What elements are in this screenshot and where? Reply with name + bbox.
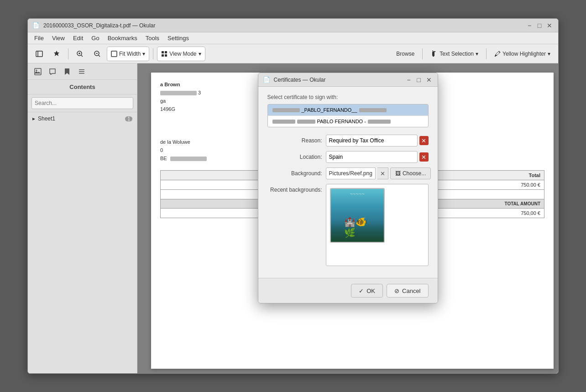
sidebar-toc-btn[interactable] xyxy=(75,65,88,78)
toolbar: Fit Width ▾ View Mode ▾ Browse Text Sele… xyxy=(28,44,558,63)
app-title: 2016000033_OSOR_Digitaliza-t.pdf — Okula… xyxy=(43,22,155,29)
cert-redacted-1 xyxy=(272,108,300,112)
minimize-button[interactable]: − xyxy=(525,21,534,30)
menu-file[interactable]: File xyxy=(31,34,47,42)
cert-redacted-5 xyxy=(368,120,391,124)
sidebar-search-input[interactable] xyxy=(31,97,133,109)
reason-label: Reason: xyxy=(267,137,322,144)
cert-item-2[interactable]: PABLO FERNANDO - xyxy=(268,116,428,127)
close-button[interactable]: ✕ xyxy=(545,21,554,30)
toc-icon xyxy=(78,68,85,75)
reason-row: Reason: ✕ xyxy=(267,135,429,146)
zoom-in-icon xyxy=(76,50,84,57)
dialog-body: Select certificate to sign with: _PABLO_… xyxy=(258,87,438,278)
title-bar-left: 📄 2016000033_OSOR_Digitaliza-t.pdf — Oku… xyxy=(32,22,155,29)
choose-label: Choose... xyxy=(403,170,426,177)
cert-item-1[interactable]: _PABLO_FERNANDO__ xyxy=(268,105,428,116)
background-choose-button[interactable]: 🖼 Choose... xyxy=(390,167,431,179)
view-mode-icon xyxy=(161,51,167,57)
sidebar-title: Contents xyxy=(28,80,137,94)
menu-edit[interactable]: Edit xyxy=(69,34,87,42)
fit-width-label: Fit Width xyxy=(119,51,141,57)
tree-item-sheet1[interactable]: ▸ Sheet1 1 xyxy=(28,114,137,123)
browse-button[interactable]: Browse xyxy=(392,47,419,61)
location-clear-button[interactable]: ✕ xyxy=(419,152,429,162)
cert-list: _PABLO_FERNANDO__ PABLO FERNANDO - xyxy=(267,104,429,127)
svg-rect-13 xyxy=(165,54,167,57)
dialog-close-button[interactable]: ✕ xyxy=(425,76,433,84)
svg-line-8 xyxy=(99,55,100,57)
highlighter-icon: 🖍 xyxy=(494,50,501,57)
svg-rect-9 xyxy=(111,51,117,57)
dialog-footer: ✓ OK ⊘ Cancel xyxy=(258,278,438,303)
separator-2 xyxy=(153,48,153,59)
recent-bg-label: Recent backgrounds: xyxy=(267,184,322,193)
menu-bookmarks[interactable]: Bookmarks xyxy=(104,34,141,42)
svg-rect-0 xyxy=(36,51,42,57)
maximize-button[interactable]: □ xyxy=(535,21,544,30)
dialog-app-icon: 📄 xyxy=(263,76,270,83)
svg-rect-12 xyxy=(162,54,164,57)
reason-clear-button[interactable]: ✕ xyxy=(419,136,429,145)
image-icon xyxy=(34,68,42,75)
sidebar-images-btn[interactable] xyxy=(31,65,44,78)
main-area: Contents ▸ Sheet1 1 a Brown xyxy=(28,63,558,373)
ok-checkmark-icon: ✓ xyxy=(359,287,364,294)
fit-width-dropdown[interactable]: Fit Width ▾ xyxy=(107,47,149,61)
pdf-area: a Brown 3 ga 1496G de la Woluwe xyxy=(137,63,558,373)
browse-label: Browse xyxy=(396,51,414,57)
menu-go[interactable]: Go xyxy=(88,34,103,42)
separator-3 xyxy=(422,48,423,59)
pin-button[interactable] xyxy=(49,47,64,61)
pin-icon xyxy=(53,50,60,57)
annotation-icon xyxy=(49,68,56,75)
dialog-title-text: Certificates — Okular xyxy=(274,77,326,83)
yellow-highlighter-tool[interactable]: 🖍 Yellow Highlighter ▾ xyxy=(490,47,555,61)
svg-rect-19 xyxy=(79,73,84,74)
svg-rect-14 xyxy=(434,52,434,56)
cert-redacted-3 xyxy=(272,120,295,124)
sidebar-toolbar xyxy=(28,63,137,80)
sidebar-bookmarks-btn[interactable] xyxy=(61,65,73,78)
ok-button[interactable]: ✓ OK xyxy=(351,284,383,298)
svg-point-16 xyxy=(36,69,37,71)
menu-tools[interactable]: Tools xyxy=(142,34,163,42)
title-bar-controls: − □ ✕ xyxy=(525,21,554,30)
svg-rect-18 xyxy=(79,71,84,72)
menu-view[interactable]: View xyxy=(48,34,68,42)
zoom-out-button[interactable] xyxy=(89,47,105,61)
location-label: Location: xyxy=(267,154,322,160)
dialog-maximize-button[interactable]: □ xyxy=(415,76,423,84)
sidebar-toggle-button[interactable] xyxy=(31,47,47,61)
tree-expand-icon: ▸ xyxy=(32,115,35,122)
recent-bg-thumb-reef[interactable]: ~~~~~ xyxy=(330,188,385,243)
sidebar-search-wrapper xyxy=(28,94,137,112)
app-icon: 📄 xyxy=(32,22,40,29)
choose-icon: 🖼 xyxy=(395,170,401,177)
reason-input[interactable] xyxy=(326,135,418,146)
zoom-out-icon xyxy=(94,50,101,57)
background-file-display: Pictures/Reef.png ✕ xyxy=(326,167,388,179)
menu-settings[interactable]: Settings xyxy=(164,34,193,42)
tree-item-badge: 1 xyxy=(125,116,132,121)
location-input[interactable] xyxy=(326,151,418,163)
text-selection-arrow: ▾ xyxy=(476,51,478,57)
certificates-dialog: 📄 Certificates — Okular − □ ✕ Select cer… xyxy=(258,73,438,303)
text-selection-tool[interactable]: Text Selection ▾ xyxy=(426,47,482,61)
reef-caption: ~~~~~ xyxy=(331,191,384,197)
cancel-button[interactable]: ⊘ Cancel xyxy=(387,284,428,298)
background-file-clear-button[interactable]: ✕ xyxy=(377,167,388,179)
view-mode-dropdown[interactable]: View Mode ▾ xyxy=(157,47,205,61)
view-mode-arrow: ▾ xyxy=(199,51,201,57)
sidebar-annotations-btn[interactable] xyxy=(46,65,59,78)
sidebar: Contents ▸ Sheet1 1 xyxy=(28,63,137,373)
fit-width-icon xyxy=(111,51,117,57)
background-label: Background: xyxy=(267,170,322,177)
fit-width-arrow: ▾ xyxy=(142,51,145,57)
ok-label: OK xyxy=(366,287,375,294)
zoom-in-button[interactable] xyxy=(72,47,88,61)
reason-input-wrapper: ✕ xyxy=(326,135,429,146)
dialog-minimize-button[interactable]: − xyxy=(405,76,413,84)
cancel-label: Cancel xyxy=(402,287,420,294)
cert-redacted-4 xyxy=(297,120,315,124)
